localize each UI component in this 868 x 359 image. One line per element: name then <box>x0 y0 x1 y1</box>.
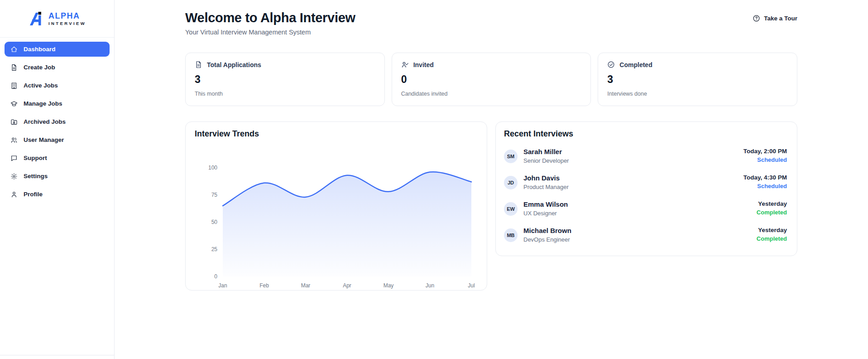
sidebar-item-label: User Manager <box>24 136 64 143</box>
interview-trends-card: Interview Trends 0255075100 JanFebMarApr… <box>185 121 487 291</box>
x-tick-label: Mar <box>301 282 311 289</box>
sidebar-footer-divider <box>0 355 114 359</box>
avatar: SM <box>504 150 518 163</box>
interview-time: Today, 2:00 PM <box>743 148 787 155</box>
content-row: Interview Trends 0255075100 JanFebMarApr… <box>185 121 797 291</box>
sidebar: ALPHA INTERVIEW Dashboard Create Job <box>0 0 115 359</box>
logo[interactable]: ALPHA INTERVIEW <box>0 0 114 38</box>
x-tick-label: Apr <box>343 282 351 289</box>
recent-interviews-card: Recent Interviews SM Sarah Miller Senior… <box>495 121 797 256</box>
interview-time: Yesterday <box>757 227 787 233</box>
interview-row-emma-wilson[interactable]: EW Emma Wilson UX Designer Yesterday Com… <box>504 200 787 217</box>
logo-subtitle: INTERVIEW <box>48 21 86 26</box>
sidebar-item-settings[interactable]: Settings <box>5 169 110 184</box>
page-header: Welcome to Alpha Interview Your Virtual … <box>185 10 797 36</box>
interview-time: Today, 4:30 PM <box>743 174 787 181</box>
stat-card-total-applications: Total Applications 3 This month <box>185 53 385 106</box>
home-icon <box>10 46 18 53</box>
interview-time: Yesterday <box>757 200 787 207</box>
avatar: JD <box>504 176 518 189</box>
take-a-tour-label: Take a Tour <box>764 15 797 22</box>
app-root: ALPHA INTERVIEW Dashboard Create Job <box>0 0 868 359</box>
y-axis-labels: 0255075100 <box>208 165 217 280</box>
candidate-role: Senior Developer <box>523 157 743 164</box>
sidebar-item-active-jobs[interactable]: Active Jobs <box>5 78 110 93</box>
y-tick-label: 100 <box>208 165 217 171</box>
chart-title: Interview Trends <box>195 129 478 139</box>
stat-label: Completed <box>619 61 652 68</box>
status-badge: Scheduled <box>743 183 787 189</box>
x-tick-label: May <box>384 282 394 289</box>
stat-card-invited: Invited 0 Candidates invited <box>392 53 591 106</box>
sidebar-item-label: Create Job <box>24 64 55 71</box>
candidate-role: Product Manager <box>523 184 743 190</box>
candidate-name: Emma Wilson <box>523 200 757 208</box>
stats-row: Total Applications 3 This month Invited … <box>185 53 797 106</box>
take-a-tour-button[interactable]: Take a Tour <box>753 15 797 22</box>
interview-row-michael-brown[interactable]: MB Michael Brown DevOps Engineer Yesterd… <box>504 227 787 243</box>
stat-card-completed: Completed 3 Interviews done <box>598 53 797 106</box>
interview-row-john-davis[interactable]: JD John Davis Product Manager Today, 4:3… <box>504 174 787 190</box>
candidate-role: UX Designer <box>523 210 757 217</box>
recent-rows: SM Sarah Miller Senior Developer Today, … <box>504 148 787 243</box>
sidebar-item-label: Active Jobs <box>24 82 58 89</box>
sidebar-nav: Dashboard Create Job Active Jobs Manage … <box>0 38 114 355</box>
main-content: Welcome to Alpha Interview Your Virtual … <box>115 0 868 359</box>
sidebar-item-manage-jobs[interactable]: Manage Jobs <box>5 96 110 111</box>
y-tick-label: 50 <box>211 219 218 225</box>
y-tick-label: 75 <box>211 192 218 198</box>
avatar: EW <box>504 202 518 216</box>
sidebar-item-user-manager[interactable]: User Manager <box>5 132 110 147</box>
check-circle-icon <box>607 61 615 68</box>
stat-label: Invited <box>413 61 434 68</box>
candidate-name: Michael Brown <box>523 227 757 234</box>
candidate-role: DevOps Engineer <box>523 236 757 243</box>
stat-value: 3 <box>195 73 375 86</box>
y-tick-label: 0 <box>214 273 217 280</box>
candidate-name: John Davis <box>523 174 743 182</box>
status-badge: Completed <box>757 235 787 242</box>
building-icon <box>10 82 18 89</box>
alpha-logo-icon <box>28 11 44 26</box>
recent-title: Recent Interviews <box>504 129 787 139</box>
status-badge: Scheduled <box>743 156 787 163</box>
gear-icon <box>10 173 18 180</box>
stat-label: Total Applications <box>207 61 261 68</box>
x-tick-label: Feb <box>259 282 269 289</box>
logo-text: ALPHA INTERVIEW <box>48 12 86 26</box>
sidebar-item-label: Dashboard <box>24 46 56 53</box>
chart-area-fill <box>223 172 471 277</box>
x-tick-label: Jun <box>426 282 434 289</box>
page-titles: Welcome to Alpha Interview Your Virtual … <box>185 10 355 36</box>
page-subtitle: Your Virtual Interview Management System <box>185 29 355 36</box>
page-title: Welcome to Alpha Interview <box>185 10 355 25</box>
sidebar-item-dashboard[interactable]: Dashboard <box>5 42 110 57</box>
chat-bubble-icon <box>10 155 18 162</box>
sidebar-item-label: Support <box>24 155 47 161</box>
interview-trends-chart[interactable]: 0255075100 JanFebMarAprMayJunJul <box>195 141 479 290</box>
sidebar-item-label: Manage Jobs <box>24 100 62 107</box>
avatar: MB <box>504 228 518 242</box>
sidebar-item-profile[interactable]: Profile <box>5 187 110 202</box>
interview-row-sarah-miller[interactable]: SM Sarah Miller Senior Developer Today, … <box>504 148 787 164</box>
candidate-name: Sarah Miller <box>523 148 743 155</box>
x-tick-label: Jan <box>218 282 227 289</box>
y-tick-label: 25 <box>211 246 218 252</box>
stat-caption: Interviews done <box>607 91 788 97</box>
user-icon <box>10 191 18 198</box>
x-axis-labels: JanFebMarAprMayJunJul <box>218 282 475 289</box>
archive-folder-icon <box>10 118 18 126</box>
sidebar-item-support[interactable]: Support <box>5 150 110 165</box>
stat-caption: This month <box>195 91 375 97</box>
users-icon <box>10 136 18 144</box>
stat-caption: Candidates invited <box>401 91 582 97</box>
stat-value: 0 <box>401 73 582 86</box>
x-tick-label: Jul <box>468 282 475 289</box>
document-icon <box>10 64 18 71</box>
sidebar-item-create-job[interactable]: Create Job <box>5 60 110 75</box>
sidebar-item-archived-jobs[interactable]: Archived Jobs <box>5 114 110 129</box>
stat-value: 3 <box>607 73 788 86</box>
document-icon <box>195 61 202 68</box>
graduation-cap-icon <box>10 100 18 107</box>
help-circle-icon <box>753 15 760 22</box>
